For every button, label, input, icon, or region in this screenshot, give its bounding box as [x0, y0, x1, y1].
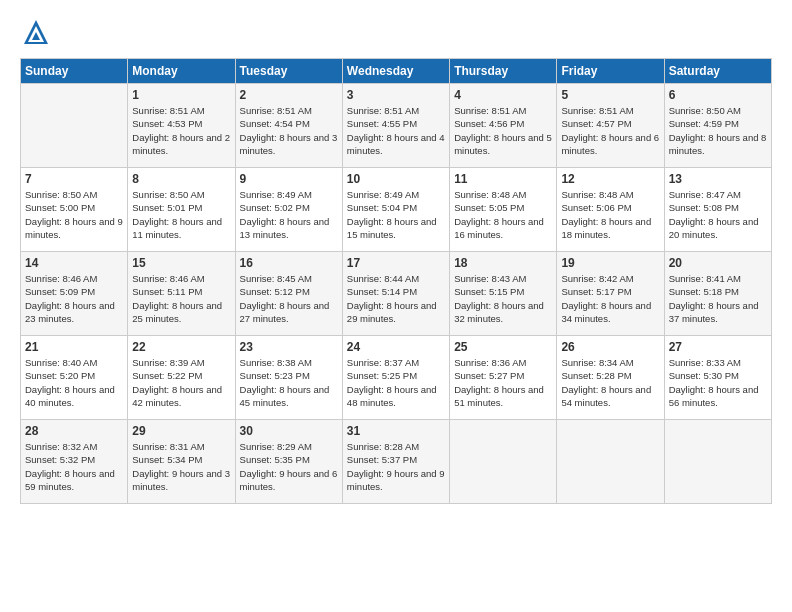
calendar-cell: 28Sunrise: 8:32 AMSunset: 5:32 PMDayligh… — [21, 420, 128, 504]
calendar-cell — [450, 420, 557, 504]
calendar-cell — [21, 84, 128, 168]
day-number: 30 — [240, 424, 338, 438]
day-header-tuesday: Tuesday — [235, 59, 342, 84]
day-number: 16 — [240, 256, 338, 270]
day-info: Sunrise: 8:39 AMSunset: 5:22 PMDaylight:… — [132, 356, 230, 409]
day-info: Sunrise: 8:43 AMSunset: 5:15 PMDaylight:… — [454, 272, 552, 325]
calendar-cell: 11Sunrise: 8:48 AMSunset: 5:05 PMDayligh… — [450, 168, 557, 252]
calendar-cell: 2Sunrise: 8:51 AMSunset: 4:54 PMDaylight… — [235, 84, 342, 168]
day-info: Sunrise: 8:32 AMSunset: 5:32 PMDaylight:… — [25, 440, 123, 493]
calendar-cell: 7Sunrise: 8:50 AMSunset: 5:00 PMDaylight… — [21, 168, 128, 252]
calendar-cell: 25Sunrise: 8:36 AMSunset: 5:27 PMDayligh… — [450, 336, 557, 420]
day-info: Sunrise: 8:45 AMSunset: 5:12 PMDaylight:… — [240, 272, 338, 325]
calendar-cell: 17Sunrise: 8:44 AMSunset: 5:14 PMDayligh… — [342, 252, 449, 336]
week-row-5: 28Sunrise: 8:32 AMSunset: 5:32 PMDayligh… — [21, 420, 772, 504]
day-number: 2 — [240, 88, 338, 102]
calendar-cell: 27Sunrise: 8:33 AMSunset: 5:30 PMDayligh… — [664, 336, 771, 420]
day-header-friday: Friday — [557, 59, 664, 84]
calendar-cell: 9Sunrise: 8:49 AMSunset: 5:02 PMDaylight… — [235, 168, 342, 252]
day-info: Sunrise: 8:46 AMSunset: 5:11 PMDaylight:… — [132, 272, 230, 325]
week-row-1: 1Sunrise: 8:51 AMSunset: 4:53 PMDaylight… — [21, 84, 772, 168]
day-info: Sunrise: 8:51 AMSunset: 4:53 PMDaylight:… — [132, 104, 230, 157]
day-info: Sunrise: 8:49 AMSunset: 5:02 PMDaylight:… — [240, 188, 338, 241]
day-number: 12 — [561, 172, 659, 186]
day-info: Sunrise: 8:33 AMSunset: 5:30 PMDaylight:… — [669, 356, 767, 409]
calendar-cell: 4Sunrise: 8:51 AMSunset: 4:56 PMDaylight… — [450, 84, 557, 168]
day-number: 22 — [132, 340, 230, 354]
day-info: Sunrise: 8:38 AMSunset: 5:23 PMDaylight:… — [240, 356, 338, 409]
day-info: Sunrise: 8:46 AMSunset: 5:09 PMDaylight:… — [25, 272, 123, 325]
week-row-4: 21Sunrise: 8:40 AMSunset: 5:20 PMDayligh… — [21, 336, 772, 420]
header-row: SundayMondayTuesdayWednesdayThursdayFrid… — [21, 59, 772, 84]
calendar-cell: 1Sunrise: 8:51 AMSunset: 4:53 PMDaylight… — [128, 84, 235, 168]
calendar-table: SundayMondayTuesdayWednesdayThursdayFrid… — [20, 58, 772, 504]
day-number: 29 — [132, 424, 230, 438]
calendar-cell: 12Sunrise: 8:48 AMSunset: 5:06 PMDayligh… — [557, 168, 664, 252]
day-number: 1 — [132, 88, 230, 102]
day-header-wednesday: Wednesday — [342, 59, 449, 84]
day-info: Sunrise: 8:50 AMSunset: 5:00 PMDaylight:… — [25, 188, 123, 241]
calendar-cell: 13Sunrise: 8:47 AMSunset: 5:08 PMDayligh… — [664, 168, 771, 252]
day-info: Sunrise: 8:42 AMSunset: 5:17 PMDaylight:… — [561, 272, 659, 325]
day-info: Sunrise: 8:29 AMSunset: 5:35 PMDaylight:… — [240, 440, 338, 493]
day-number: 27 — [669, 340, 767, 354]
day-number: 15 — [132, 256, 230, 270]
day-number: 19 — [561, 256, 659, 270]
day-number: 14 — [25, 256, 123, 270]
header — [20, 16, 772, 48]
calendar-cell: 18Sunrise: 8:43 AMSunset: 5:15 PMDayligh… — [450, 252, 557, 336]
calendar-cell: 19Sunrise: 8:42 AMSunset: 5:17 PMDayligh… — [557, 252, 664, 336]
day-info: Sunrise: 8:51 AMSunset: 4:57 PMDaylight:… — [561, 104, 659, 157]
day-info: Sunrise: 8:41 AMSunset: 5:18 PMDaylight:… — [669, 272, 767, 325]
day-info: Sunrise: 8:47 AMSunset: 5:08 PMDaylight:… — [669, 188, 767, 241]
day-number: 17 — [347, 256, 445, 270]
calendar-cell: 15Sunrise: 8:46 AMSunset: 5:11 PMDayligh… — [128, 252, 235, 336]
day-header-saturday: Saturday — [664, 59, 771, 84]
day-number: 4 — [454, 88, 552, 102]
day-info: Sunrise: 8:31 AMSunset: 5:34 PMDaylight:… — [132, 440, 230, 493]
logo-icon — [20, 16, 52, 48]
day-number: 24 — [347, 340, 445, 354]
calendar-cell: 8Sunrise: 8:50 AMSunset: 5:01 PMDaylight… — [128, 168, 235, 252]
day-info: Sunrise: 8:36 AMSunset: 5:27 PMDaylight:… — [454, 356, 552, 409]
day-number: 7 — [25, 172, 123, 186]
calendar-cell: 21Sunrise: 8:40 AMSunset: 5:20 PMDayligh… — [21, 336, 128, 420]
day-number: 6 — [669, 88, 767, 102]
page: SundayMondayTuesdayWednesdayThursdayFrid… — [0, 0, 792, 612]
calendar-cell: 26Sunrise: 8:34 AMSunset: 5:28 PMDayligh… — [557, 336, 664, 420]
day-info: Sunrise: 8:50 AMSunset: 4:59 PMDaylight:… — [669, 104, 767, 157]
day-info: Sunrise: 8:37 AMSunset: 5:25 PMDaylight:… — [347, 356, 445, 409]
calendar-cell: 23Sunrise: 8:38 AMSunset: 5:23 PMDayligh… — [235, 336, 342, 420]
day-number: 23 — [240, 340, 338, 354]
calendar-cell — [664, 420, 771, 504]
day-number: 26 — [561, 340, 659, 354]
day-number: 9 — [240, 172, 338, 186]
day-header-thursday: Thursday — [450, 59, 557, 84]
week-row-2: 7Sunrise: 8:50 AMSunset: 5:00 PMDaylight… — [21, 168, 772, 252]
calendar-cell: 3Sunrise: 8:51 AMSunset: 4:55 PMDaylight… — [342, 84, 449, 168]
calendar-cell — [557, 420, 664, 504]
day-info: Sunrise: 8:48 AMSunset: 5:05 PMDaylight:… — [454, 188, 552, 241]
calendar-cell: 24Sunrise: 8:37 AMSunset: 5:25 PMDayligh… — [342, 336, 449, 420]
calendar-cell: 16Sunrise: 8:45 AMSunset: 5:12 PMDayligh… — [235, 252, 342, 336]
day-number: 10 — [347, 172, 445, 186]
calendar-cell: 5Sunrise: 8:51 AMSunset: 4:57 PMDaylight… — [557, 84, 664, 168]
week-row-3: 14Sunrise: 8:46 AMSunset: 5:09 PMDayligh… — [21, 252, 772, 336]
day-number: 8 — [132, 172, 230, 186]
day-header-sunday: Sunday — [21, 59, 128, 84]
day-info: Sunrise: 8:51 AMSunset: 4:56 PMDaylight:… — [454, 104, 552, 157]
day-number: 25 — [454, 340, 552, 354]
calendar-cell: 30Sunrise: 8:29 AMSunset: 5:35 PMDayligh… — [235, 420, 342, 504]
calendar-cell: 31Sunrise: 8:28 AMSunset: 5:37 PMDayligh… — [342, 420, 449, 504]
day-number: 3 — [347, 88, 445, 102]
day-number: 21 — [25, 340, 123, 354]
calendar-cell: 29Sunrise: 8:31 AMSunset: 5:34 PMDayligh… — [128, 420, 235, 504]
day-number: 18 — [454, 256, 552, 270]
day-info: Sunrise: 8:40 AMSunset: 5:20 PMDaylight:… — [25, 356, 123, 409]
calendar-cell: 22Sunrise: 8:39 AMSunset: 5:22 PMDayligh… — [128, 336, 235, 420]
day-number: 20 — [669, 256, 767, 270]
day-number: 31 — [347, 424, 445, 438]
calendar-cell: 14Sunrise: 8:46 AMSunset: 5:09 PMDayligh… — [21, 252, 128, 336]
day-info: Sunrise: 8:51 AMSunset: 4:55 PMDaylight:… — [347, 104, 445, 157]
day-info: Sunrise: 8:50 AMSunset: 5:01 PMDaylight:… — [132, 188, 230, 241]
